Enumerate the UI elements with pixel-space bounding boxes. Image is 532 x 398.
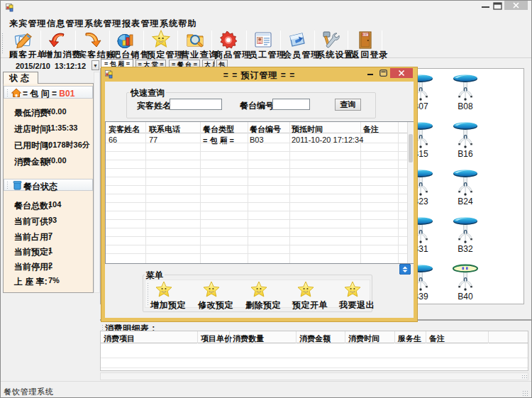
svg-text:EXIT: EXIT (362, 33, 369, 36)
